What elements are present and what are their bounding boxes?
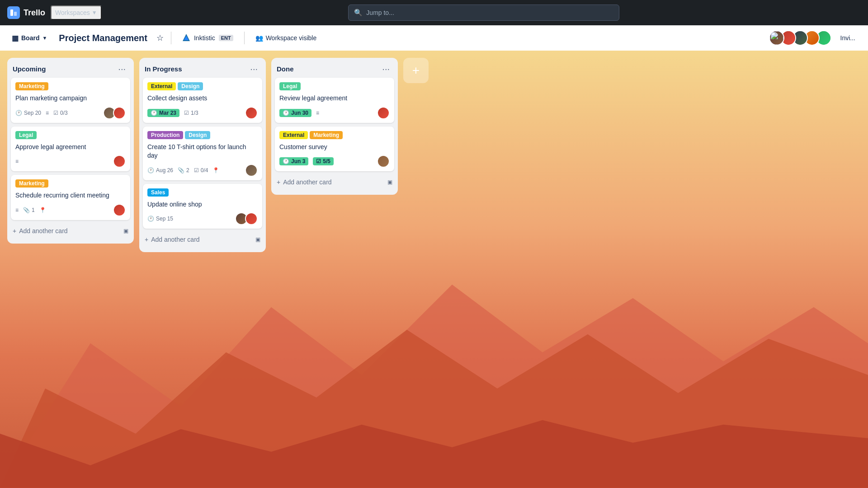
plus-icon: + — [145, 236, 148, 243]
card-tags: External Marketing — [279, 131, 390, 139]
tag-design: Design — [178, 82, 203, 90]
card-plan-marketing[interactable]: Marketing Plan marketing campaign 🕐 Sep … — [11, 78, 130, 123]
column-menu-button-inprogress[interactable]: ··· — [247, 63, 260, 74]
meta-attachment: 📎 1 — [23, 207, 35, 213]
people-icon: 👥 — [255, 34, 263, 42]
column-title-inprogress: In Progress — [145, 65, 182, 73]
column-header-done: Done ··· — [275, 63, 394, 74]
template-icon: ▣ — [123, 228, 128, 234]
column-header-upcoming: Upcoming ··· — [11, 63, 130, 74]
column-done: Done ··· Legal Review legal agreement 🕐 … — [271, 58, 398, 195]
plus-icon: + — [277, 178, 280, 186]
board-icon: ▦ — [12, 34, 19, 42]
board-area: Upcoming ··· Marketing Plan marketing ca… — [0, 51, 868, 488]
lines-icon: ≡ — [15, 158, 19, 164]
card-meta: 🕐 Sep 15 — [147, 216, 173, 222]
add-card-button-inprogress[interactable]: + Add another card ▣ — [143, 232, 262, 247]
chevron-down-icon: ▼ — [42, 35, 47, 41]
card-tags: Production Design — [147, 131, 258, 139]
meta-checklist-green: ☑ 5/5 — [313, 157, 334, 165]
add-column-button[interactable]: + — [403, 58, 429, 83]
divider2 — [244, 32, 245, 44]
visibility-button[interactable]: 👥 Workspace visible — [250, 32, 322, 44]
clock-icon: 🕐 — [15, 110, 22, 116]
card-footer: 🕐 Jun 30 ≡ — [279, 107, 390, 119]
card-avatars — [113, 204, 126, 216]
card-tags: Sales — [147, 188, 258, 197]
card-meta: ≡ — [15, 158, 19, 164]
card-avatars — [377, 107, 390, 119]
meta-date-green: 🕐 Jun 3 — [279, 157, 308, 165]
workspace-button[interactable]: Inktistic ENT — [177, 31, 239, 46]
card-update-shop[interactable]: Sales Update online shop 🕐 Sep 15 — [143, 184, 262, 229]
search-bar[interactable]: 🔍 Jump to... — [348, 5, 619, 21]
meta-attachment: 📎 2 — [178, 167, 189, 174]
card-avatar — [113, 107, 126, 119]
trello-logo[interactable]: Trello — [7, 6, 45, 19]
meta-checklist: ☑ 0/3 — [53, 110, 68, 116]
board-header: ▦ Board ▼ Project Management ☆ Inktistic… — [0, 25, 868, 51]
meta-date: 🕐 Sep 20 — [15, 110, 41, 116]
column-title-done: Done — [277, 65, 294, 73]
card-avatar — [245, 164, 258, 177]
pin-icon: 📍 — [212, 167, 219, 174]
card-avatar — [377, 107, 390, 119]
card-meta: ≡ 📎 1 📍 — [15, 207, 46, 213]
card-avatar — [113, 155, 126, 168]
invite-button[interactable]: Invi... — [835, 32, 861, 44]
meta-date-green: 🕐 Jun 30 — [279, 109, 311, 117]
card-avatars — [103, 107, 126, 119]
column-menu-button-upcoming[interactable]: ··· — [115, 63, 128, 74]
tag-external: External — [147, 82, 176, 90]
column-header-inprogress: In Progress ··· — [143, 63, 262, 74]
plus-icon: + — [13, 227, 16, 235]
header-right: Invi... — [769, 30, 861, 46]
card-schedule-meeting[interactable]: Marketing Schedule recurring client meet… — [11, 175, 130, 220]
card-tshirt-options[interactable]: Production Design Create 10 T-shirt opti… — [143, 127, 262, 180]
card-avatars — [245, 164, 258, 177]
card-avatars — [113, 155, 126, 168]
check-icon: ☑ — [194, 167, 199, 174]
meta-lines: ≡ — [46, 110, 49, 116]
card-customer-survey[interactable]: External Marketing Customer survey 🕐 Jun… — [275, 127, 394, 172]
card-footer: 🕐 Sep 20 ≡ ☑ 0/3 — [15, 107, 126, 119]
chevron-down-icon: ▼ — [92, 9, 97, 16]
workspaces-menu[interactable]: Workspaces ▼ — [51, 5, 102, 20]
card-collect-design[interactable]: External Design Collect design assets 🕐 … — [143, 78, 262, 123]
template-icon: ▣ — [387, 179, 392, 185]
star-button[interactable]: ☆ — [155, 31, 165, 45]
card-footer: 🕐 Jun 3 ☑ 5/5 — [279, 155, 390, 168]
card-meta: 🕐 Jun 30 ≡ — [279, 109, 319, 117]
template-icon: ▣ — [255, 236, 260, 243]
card-title: Create 10 T-shirt options for launch day — [147, 143, 258, 160]
card-footer: 🕐 Sep 15 — [147, 212, 258, 225]
tag-design: Design — [185, 131, 210, 139]
card-meta: 🕐 Jun 3 ☑ 5/5 — [279, 157, 334, 165]
card-avatars — [235, 212, 258, 225]
card-avatars — [377, 155, 390, 168]
workspace-tag: ENT — [219, 35, 233, 41]
add-card-label: Add another card — [151, 236, 199, 243]
meta-location: 📍 — [212, 167, 219, 174]
card-approve-legal[interactable]: Legal Approve legal agreement ≡ — [11, 127, 130, 172]
card-tags: Marketing — [15, 82, 126, 90]
avatar-1[interactable] — [769, 30, 784, 46]
card-review-legal[interactable]: Legal Review legal agreement 🕐 Jun 30 ≡ — [275, 78, 394, 123]
column-menu-button-done[interactable]: ··· — [379, 63, 392, 74]
card-footer: ≡ — [15, 155, 126, 168]
card-title: Customer survey — [279, 143, 390, 152]
card-avatars — [245, 107, 258, 119]
board-view-button[interactable]: ▦ Board ▼ — [7, 31, 52, 45]
card-title: Approve legal agreement — [15, 143, 126, 152]
search-icon: 🔍 — [354, 9, 363, 17]
page-title: Project Management — [55, 33, 151, 43]
add-card-button-done[interactable]: + Add another card ▣ — [275, 175, 394, 189]
clock-icon: 🕐 — [147, 216, 154, 222]
add-card-button-upcoming[interactable]: + Add another card ▣ — [11, 224, 130, 238]
add-card-label: Add another card — [283, 178, 331, 186]
card-meta: 🕐 Mar 23 ☑ 1/3 — [147, 109, 198, 117]
check-icon: ☑ — [316, 158, 321, 164]
card-footer: 🕐 Aug 26 📎 2 ☑ 0/4 📍 — [147, 164, 258, 177]
card-avatar — [113, 204, 126, 216]
card-footer: ≡ 📎 1 📍 — [15, 204, 126, 216]
